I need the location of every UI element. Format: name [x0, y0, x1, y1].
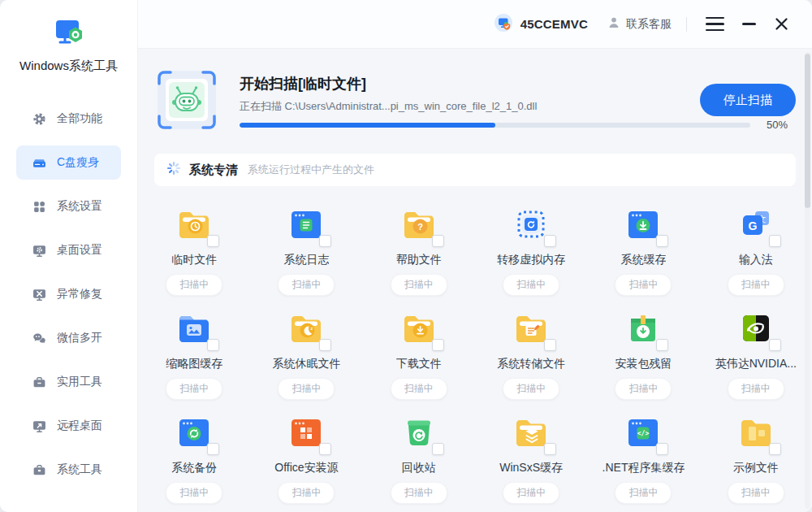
category-name: 系统日志	[283, 253, 329, 267]
desktop-settings-icon	[32, 244, 46, 258]
category-banner: 系统专清 系统运行过程中产生的文件	[154, 154, 796, 186]
sidebar-item-grid[interactable]: 系统设置	[16, 189, 121, 223]
person-icon	[607, 16, 620, 32]
sidebar-item-label: 系统工具	[57, 462, 102, 477]
sidebar-item-repair[interactable]: 异常修复	[16, 277, 121, 311]
sidebar-item-toolbox[interactable]: 实用工具	[16, 365, 121, 399]
scan-category-item[interactable]: 临时文件扫描中	[138, 195, 250, 299]
close-button[interactable]	[770, 13, 793, 36]
category-icon-wrap	[287, 205, 326, 244]
category-checkbox[interactable]	[544, 235, 556, 247]
category-name: 系统缓存	[620, 253, 666, 267]
sidebar-item-desktop-settings[interactable]: 桌面设置	[16, 233, 121, 267]
spinner-icon	[166, 161, 181, 179]
svg-text:</>: </>	[637, 430, 650, 437]
category-checkbox[interactable]	[319, 339, 331, 351]
sidebar-item-wechat[interactable]: 微信多开	[16, 321, 121, 355]
scan-category-item[interactable]: 回收站扫描中	[363, 403, 475, 507]
category-checkbox[interactable]	[207, 339, 219, 351]
svg-text:G: G	[748, 219, 757, 232]
scan-category-item[interactable]: WinSxS缓存扫描中	[475, 403, 587, 507]
scan-category-item[interactable]: z系统休眠文件扫描中	[250, 299, 362, 403]
category-checkbox[interactable]	[656, 235, 668, 247]
gear-icon	[32, 112, 46, 126]
category-checkbox[interactable]	[319, 235, 331, 247]
scan-category-item[interactable]: 英伟达NVIDIA...扫描中	[700, 299, 812, 403]
category-checkbox[interactable]	[656, 339, 668, 351]
topbar-divider	[686, 17, 687, 32]
briefcase-icon	[32, 463, 46, 477]
category-checkbox[interactable]	[432, 443, 444, 455]
category-status-badge: 扫描中	[615, 482, 672, 504]
scan-category-item[interactable]: 系统日志扫描中	[250, 195, 362, 299]
category-checkbox[interactable]	[769, 443, 781, 455]
category-name: 转移虚拟内存	[497, 253, 565, 267]
scan-category-item[interactable]: 转移虚拟内存扫描中	[475, 195, 587, 299]
scan-category-item[interactable]: 系统缓存扫描中	[587, 195, 699, 299]
category-name: 回收站	[402, 461, 436, 475]
sidebar-item-remote-desktop[interactable]: 远程桌面	[16, 409, 121, 443]
scan-category-item[interactable]: 系统转储文件扫描中	[475, 299, 587, 403]
category-icon-wrap	[624, 205, 663, 244]
scan-category-item[interactable]: 下载文件扫描中	[363, 299, 475, 403]
category-checkbox[interactable]	[207, 443, 219, 455]
scan-category-item[interactable]: Office安装源扫描中	[250, 403, 362, 507]
category-icon-wrap	[175, 205, 214, 244]
svg-text:z: z	[311, 326, 313, 331]
repair-icon	[32, 288, 46, 302]
sidebar-item-label: 系统设置	[57, 199, 102, 214]
category-checkbox[interactable]	[319, 443, 331, 455]
user-account-button[interactable]: 45CCEMVC	[494, 13, 588, 36]
category-checkbox[interactable]	[544, 443, 556, 455]
scan-category-item[interactable]: 文G输入法扫描中	[700, 195, 812, 299]
app-window: Windows系统工具 全部功能C盘瘦身系统设置桌面设置异常修复微信多开实用工具…	[0, 0, 812, 512]
category-name: .NET程序集缓存	[603, 461, 685, 475]
category-status-badge: 扫描中	[503, 274, 559, 296]
category-name: 缩略图缓存	[166, 357, 222, 371]
category-status-badge: 扫描中	[278, 274, 335, 296]
category-name: 安装包残留	[615, 357, 672, 371]
scrollbar-thumb[interactable]	[805, 54, 810, 208]
sidebar-item-drive[interactable]: C盘瘦身	[16, 145, 121, 180]
scan-category-item[interactable]: ?帮助文件扫描中	[363, 195, 475, 299]
scan-panel: 开始扫描[临时文件] 正在扫描 C:\Users\Administrat...p…	[156, 69, 796, 139]
category-name: 临时文件	[171, 253, 217, 267]
category-status-badge: 扫描中	[166, 378, 222, 400]
category-checkbox[interactable]	[769, 235, 781, 247]
contact-support-label: 联系客服	[626, 17, 672, 32]
scan-category-item[interactable]: 示例文件扫描中	[700, 403, 812, 507]
scan-category-item[interactable]: 系统备份扫描中	[138, 403, 250, 507]
category-checkbox[interactable]	[432, 339, 444, 351]
scan-category-item[interactable]: </>.NET程序集缓存扫描中	[587, 403, 699, 507]
username: 45CCEMVC	[520, 17, 588, 31]
contact-support-button[interactable]: 联系客服	[607, 16, 672, 32]
sidebar-item-briefcase[interactable]: 系统工具	[16, 453, 121, 487]
category-name: 示例文件	[733, 461, 779, 475]
scan-category-item[interactable]: 缩略图缓存扫描中	[138, 299, 250, 403]
drive-icon	[32, 156, 46, 170]
category-name: 系统转储文件	[497, 357, 565, 371]
minimize-button[interactable]	[737, 13, 760, 36]
category-icon-wrap	[175, 413, 214, 452]
section-description: 系统运行过程中产生的文件	[248, 163, 374, 177]
category-icon-wrap	[512, 413, 551, 452]
category-checkbox[interactable]	[544, 339, 556, 351]
category-checkbox[interactable]	[656, 443, 668, 455]
toolbox-icon	[32, 375, 46, 389]
scrollbar[interactable]	[805, 52, 810, 509]
stop-scan-button[interactable]: 停止扫描	[700, 84, 796, 116]
sidebar-item-gear[interactable]: 全部功能	[16, 102, 121, 136]
menu-button[interactable]	[703, 13, 726, 36]
category-grid: 临时文件扫描中系统日志扫描中?帮助文件扫描中转移虚拟内存扫描中系统缓存扫描中文G…	[138, 195, 812, 507]
category-checkbox[interactable]	[432, 235, 444, 247]
category-icon-wrap	[287, 413, 326, 452]
category-checkbox[interactable]	[769, 339, 781, 351]
topbar: 45CCEMVC 联系客服	[138, 0, 812, 49]
scan-status-text: 正在扫描 C:\Users\Administrat...pi_ms_win_co…	[240, 99, 537, 114]
category-status-badge: 扫描中	[166, 274, 222, 296]
category-icon-wrap	[736, 413, 775, 452]
scan-category-item[interactable]: 安装包残留扫描中	[587, 299, 699, 403]
category-checkbox[interactable]	[207, 235, 219, 247]
remote-desktop-icon	[32, 419, 46, 433]
category-name: Office安装源	[274, 461, 338, 475]
